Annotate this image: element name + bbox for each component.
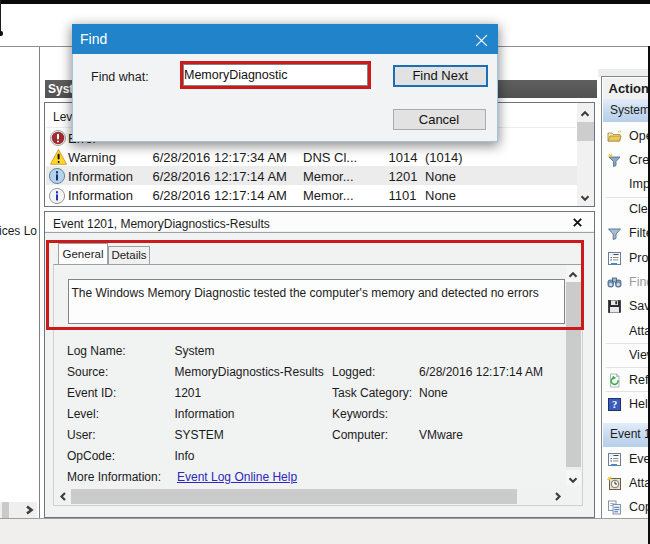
svg-text:?: ? — [612, 399, 617, 410]
